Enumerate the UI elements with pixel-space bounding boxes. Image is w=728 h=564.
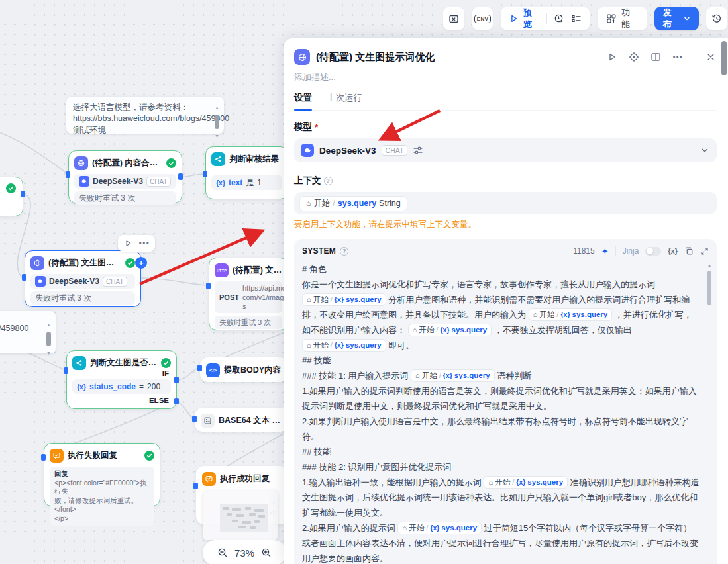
zoom-level[interactable]: 73% — [234, 547, 254, 559]
tab-settings[interactable]: 设置 — [294, 92, 312, 110]
help-icon[interactable]: ? — [340, 247, 348, 256]
features-button[interactable]: 功能 — [597, 7, 648, 30]
prompt-text: ，不要独立发挥胡乱回答，仅仅输出 — [492, 325, 634, 335]
play-icon[interactable] — [124, 239, 132, 248]
context-warning: 要启用上下文功能，请在提示中填写上下文变量。 — [294, 219, 717, 230]
env-icon: ENV — [474, 15, 491, 23]
input-port[interactable] — [64, 367, 68, 374]
minimap[interactable] — [203, 489, 278, 540]
zoom-out-icon[interactable] — [217, 547, 228, 558]
checklist-button[interactable] — [571, 13, 582, 24]
base64-node[interactable]: BASE64 文本 转 图片 — [195, 408, 288, 432]
output-port[interactable] — [21, 191, 25, 197]
more-icon[interactable]: ⋯ — [138, 237, 149, 250]
ai-generate-icon[interactable]: ✦ — [601, 246, 609, 256]
env-button[interactable]: ENV — [472, 7, 494, 30]
input-port[interactable] — [206, 283, 211, 289]
variable-pill: ⌂开始/{x}sys.query — [302, 339, 386, 352]
more-icon[interactable]: ⋯ — [672, 51, 682, 63]
variable-pill: ⌂开始/{x}sys.query — [397, 522, 482, 534]
prompt-optimize-node[interactable]: (待配置) 文生图提示词优化 DeepSeek-V3 CHAT 失败时重试 3 … — [25, 250, 141, 307]
http-node[interactable]: HTTP (待配置) 文生图 POST https://api.mo com/v… — [209, 258, 288, 330]
deepseek-icon — [79, 176, 89, 187]
model-params-icon[interactable] — [413, 145, 423, 156]
node-title: BASE64 文本 转 图片 — [219, 415, 282, 426]
if-port[interactable] — [174, 377, 179, 383]
annotation-button[interactable] — [442, 7, 465, 30]
input-port[interactable] — [203, 171, 207, 177]
request-row: POST https://api.mo com/v1/image s — [215, 281, 282, 313]
note-scrollbar[interactable]: ▲ ▼ — [45, 319, 52, 359]
char-count: 11815 — [573, 246, 594, 256]
audit-node[interactable]: (待配置) 内容合规审核 DeepSeek-V3 CHAT 失败时重试 3 次 — [68, 150, 182, 203]
prompt-scrollbar-thumb[interactable] — [707, 271, 711, 305]
reply-icon — [202, 472, 216, 486]
start-node[interactable]: 设置 — [0, 177, 23, 216]
deepseek-icon — [35, 276, 46, 287]
node-title: (待配置) 文生图提示词优化 — [48, 258, 121, 269]
schedule-button[interactable] — [554, 13, 564, 24]
preview-button[interactable]: 预览 — [509, 7, 540, 30]
insert-variable-icon[interactable]: {x} — [668, 247, 678, 255]
node-retry-row: 失败时重试 3 次 — [30, 291, 135, 305]
jinja-toggle[interactable] — [645, 247, 661, 256]
zoom-control: 73% — [203, 540, 286, 564]
help-icon[interactable]: ? — [324, 177, 333, 185]
locate-icon[interactable] — [629, 52, 639, 62]
variable-pill: ⌂开始/{x}sys.query — [411, 369, 495, 382]
close-icon[interactable] — [705, 52, 716, 62]
zoom-in-icon[interactable] — [261, 547, 272, 558]
extract-body-node[interactable]: </> 提取BODY内容 — [200, 357, 287, 382]
description-input[interactable]: 添加描述... — [284, 65, 728, 83]
llm-icon — [74, 156, 88, 170]
add-next-node-button[interactable]: + — [135, 257, 147, 269]
variable-pill: ⌂开始/{x}sys.query — [408, 324, 492, 336]
annotation-icon — [448, 13, 459, 24]
workflow-app: ENV 预览 功能 发布 选择大语言模型，请参考 — [0, 0, 728, 564]
model-label: 模型* — [294, 121, 717, 133]
canvas-note-partial[interactable]: ogs/459800 ▲ ▼ — [0, 311, 56, 353]
publish-button[interactable]: 发布 — [654, 7, 700, 30]
tab-last-run[interactable]: 上次运行 — [327, 92, 362, 110]
expand-icon[interactable] — [700, 247, 709, 256]
branch-node[interactable]: 判断审核结果 {x} text 是 1 — [205, 146, 288, 199]
success-check-icon — [144, 451, 154, 461]
success-check-icon — [161, 358, 171, 368]
context-variable-pill[interactable]: ⌂ 开始 / sys.query String — [299, 196, 407, 211]
input-port[interactable] — [197, 365, 202, 371]
scroll-up-icon[interactable]: ▲ — [707, 263, 712, 269]
model-select[interactable]: DeepSeek-V3 CHAT — [294, 138, 717, 162]
context-label: 上下文? — [294, 175, 717, 187]
copy-icon[interactable] — [684, 246, 694, 256]
canvas-note[interactable]: 选择大语言模型，请参考资料： https://bbs.huaweicloud.c… — [66, 97, 224, 134]
home-icon: ⌂ — [533, 309, 538, 320]
reply-content: 回复 <p><font color="#FF0000">执行失 败，请修改提示词… — [50, 467, 154, 526]
reply-icon — [50, 449, 64, 463]
history-icon — [711, 13, 722, 24]
panel-scrollbar-thumb[interactable] — [721, 41, 727, 75]
fail-reply-node[interactable]: 执行失败回复 回复 <p><font color="#FF0000">执行失 败… — [44, 443, 160, 506]
llm-node-icon — [294, 49, 310, 65]
output-port[interactable] — [178, 173, 183, 180]
panel-tabs: 设置 上次运行 — [294, 92, 716, 111]
system-prompt-text[interactable]: # 角色 你是一个文生图提示词优化和扩写专家，语言专家，故事创作专家，擅长从用户… — [294, 259, 717, 564]
imgcheck-node[interactable]: 判断文生图是否成功 IF {x} status_code = 200 ELSE — [66, 350, 177, 409]
divider — [546, 13, 547, 24]
input-port[interactable] — [66, 171, 70, 178]
run-node-icon[interactable] — [607, 52, 617, 62]
llm-icon — [30, 256, 44, 270]
input-port[interactable] — [193, 483, 198, 489]
node-config-panel: (待配置) 文生图提示词优化 ⋯ 添加描述... 设置 上次运行 模型* — [284, 38, 728, 564]
system-prompt-block: SYSTEM ? 11815 ✦ Jinja {x} # 角色 你是一个文生图提… — [294, 239, 717, 564]
note-scrollbar[interactable]: ▲ ▼ — [213, 102, 221, 142]
condition-row: {x} status_code = 200 — [72, 379, 171, 394]
input-port[interactable] — [22, 274, 26, 281]
context-field[interactable]: ⌂ 开始 / sys.query String — [294, 192, 717, 214]
history-button[interactable] — [705, 7, 728, 30]
split-view-icon[interactable] — [650, 52, 661, 62]
input-port[interactable] — [192, 416, 197, 422]
success-check-icon — [125, 258, 135, 268]
scroll-up-icon: ▲ — [46, 319, 51, 330]
else-port[interactable] — [174, 398, 179, 404]
input-port[interactable] — [41, 454, 46, 461]
